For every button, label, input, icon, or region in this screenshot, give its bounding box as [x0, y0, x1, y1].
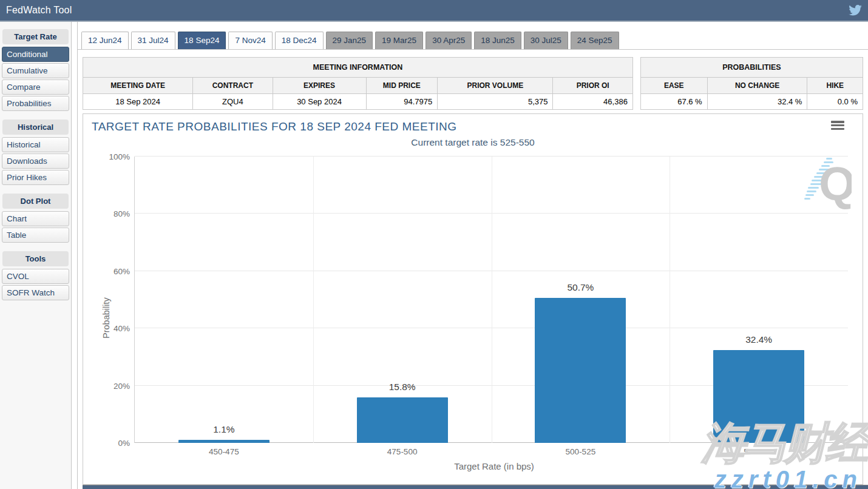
x-axis-label: Target Rate (in bps)	[134, 461, 854, 471]
cell-hike: 0.0 %	[807, 94, 863, 110]
y-axis-label: Probability	[101, 297, 111, 339]
vertical-gridline-3	[670, 157, 670, 443]
sidebar-section-header-target-rate: Target Rate	[2, 29, 69, 44]
cell-contract: ZQU4	[193, 94, 273, 110]
col-header-no-change: NO CHANGE	[707, 78, 807, 94]
sidebar-section-dot-plot: Dot PlotChartTable	[2, 194, 69, 243]
meeting-information-panel: MEETING INFORMATIONMEETING DATECONTRACTE…	[83, 57, 633, 110]
q-letter: Q	[819, 157, 852, 211]
plot-area: 0%20%40%60%80%100%1.1%450-47515.8%475-50…	[134, 157, 848, 443]
sidebar-item-compare[interactable]: Compare	[2, 79, 69, 95]
tab-12-jun24[interactable]: 12 Jun24	[81, 32, 129, 49]
tab-18-jun25[interactable]: 18 Jun25	[474, 32, 521, 49]
cell-prior-oi: 46,386	[553, 94, 632, 110]
y-tick-0: 0%	[118, 439, 130, 448]
app-title: FedWatch Tool	[6, 5, 72, 16]
sidebar-section-historical: HistoricalHistoricalDownloadsPrior Hikes	[2, 120, 69, 185]
tab-30-apr25[interactable]: 30 Apr25	[426, 32, 472, 49]
y-tick-20: 20%	[114, 381, 130, 390]
tab-19-mar25[interactable]: 19 Mar25	[375, 32, 423, 49]
tab-18-sep24[interactable]: 18 Sep24	[178, 32, 226, 49]
bar-525-550[interactable]	[713, 350, 804, 443]
cell-mid-price: 94.7975	[366, 94, 438, 110]
bar-value-525-550: 32.4%	[745, 334, 772, 345]
sidebar-item-conditional[interactable]: Conditional	[2, 47, 69, 62]
sidebar-section-header-historical: Historical	[2, 120, 69, 135]
col-header-ease: EASE	[640, 78, 707, 94]
bar-475-500[interactable]	[357, 397, 448, 443]
y-tick-80: 80%	[114, 209, 130, 218]
col-header-hike: HIKE	[807, 78, 863, 94]
tab-31-jul24[interactable]: 31 Jul24	[131, 32, 175, 49]
y-tick-60: 60%	[114, 266, 130, 275]
col-header-contract: CONTRACT	[193, 78, 273, 94]
probabilities-panel: PROBABILITIESEASENO CHANGEHIKE67.6 %32.4…	[640, 57, 863, 110]
meeting-information-table: MEETING INFORMATIONMEETING DATECONTRACTE…	[83, 57, 633, 110]
col-header-mid-price: MID PRICE	[366, 78, 438, 94]
y-tick-40: 40%	[114, 324, 130, 333]
sidebar-item-historical[interactable]: Historical	[2, 137, 69, 152]
probabilities-title: PROBABILITIES	[640, 58, 863, 78]
chart-menu-icon[interactable]	[831, 120, 844, 130]
app-header: FedWatch Tool	[0, 0, 868, 22]
sidebar-item-downloads[interactable]: Downloads	[2, 153, 69, 169]
main-content: 12 Jun2431 Jul2418 Sep247 Nov2418 Dec242…	[77, 22, 868, 489]
next-section-edge	[83, 485, 868, 489]
vertical-gridline-2	[492, 157, 492, 443]
bar-value-450-475: 1.1%	[213, 424, 234, 435]
sidebar-item-cvol[interactable]: CVOL	[2, 269, 69, 284]
bar-value-500-525: 50.7%	[567, 282, 594, 293]
cell-ease: 67.6 %	[640, 94, 707, 110]
chart-area: Probability 0%20%40%60%80%100%1.1%450-47…	[92, 157, 854, 471]
sidebar-item-cumulative[interactable]: Cumulative	[2, 63, 69, 78]
col-header-prior-oi: PRIOR OI	[553, 78, 632, 94]
tab-7-nov24[interactable]: 7 Nov24	[228, 32, 272, 49]
x-tick-450-475: 450-475	[209, 447, 239, 456]
meeting-information-title: MEETING INFORMATION	[83, 58, 633, 78]
sidebar-item-table[interactable]: Table	[2, 228, 69, 243]
x-tick-475-500: 475-500	[387, 447, 418, 456]
sidebar: Target RateConditionalCumulativeCompareP…	[0, 22, 72, 489]
probabilities-table: PROBABILITIESEASENO CHANGEHIKE67.6 %32.4…	[640, 57, 863, 110]
tab-30-jul25[interactable]: 30 Jul25	[524, 32, 568, 49]
bar-500-525[interactable]	[535, 298, 626, 443]
target-rate-chart-panel: TARGET RATE PROBABILITIES FOR 18 SEP 202…	[83, 113, 863, 485]
sidebar-item-sofr-watch[interactable]: SOFR Watch	[2, 285, 69, 300]
x-tick-500-525: 500-525	[566, 447, 596, 456]
quikstrike-logo-icon: Q	[804, 154, 852, 212]
chart-subtitle: Current target rate is 525-550	[92, 137, 854, 148]
tab-29-jan25[interactable]: 29 Jan25	[326, 32, 373, 49]
cell-prior-volume: 5,375	[438, 94, 553, 110]
col-header-prior-volume: PRIOR VOLUME	[438, 78, 553, 94]
tab-24-sep25[interactable]: 24 Sep25	[571, 32, 619, 49]
x-tick-525-550: 525-550	[744, 447, 774, 456]
sidebar-section-header-dot-plot: Dot Plot	[2, 194, 69, 209]
bar-value-475-500: 15.8%	[389, 382, 416, 393]
meeting-date-tabs: 12 Jun2431 Jul2418 Sep247 Nov2418 Dec242…	[78, 28, 868, 50]
sidebar-item-chart[interactable]: Chart	[2, 211, 69, 226]
bar-450-475[interactable]	[178, 440, 270, 443]
sidebar-item-probabilities[interactable]: Probabilities	[2, 96, 69, 111]
vertical-gridline-1	[313, 157, 314, 443]
col-header-meeting-date: MEETING DATE	[83, 78, 193, 94]
twitter-bird-icon[interactable]	[849, 5, 862, 16]
cell-expires: 30 Sep 2024	[273, 94, 366, 110]
tab-18-dec24[interactable]: 18 Dec24	[275, 32, 324, 49]
sidebar-section-tools: ToolsCVOLSOFR Watch	[2, 251, 69, 300]
chart-title: TARGET RATE PROBABILITIES FOR 18 SEP 202…	[92, 120, 457, 133]
sidebar-section-target-rate: Target RateConditionalCumulativeCompareP…	[2, 29, 69, 111]
col-header-expires: EXPIRES	[273, 78, 366, 94]
sidebar-section-header-tools: Tools	[2, 251, 69, 266]
sidebar-item-prior-hikes[interactable]: Prior Hikes	[2, 170, 69, 185]
cell-meeting-date: 18 Sep 2024	[83, 94, 193, 110]
y-tick-100: 100%	[109, 152, 130, 161]
cell-no-change: 32.4 %	[707, 94, 807, 110]
